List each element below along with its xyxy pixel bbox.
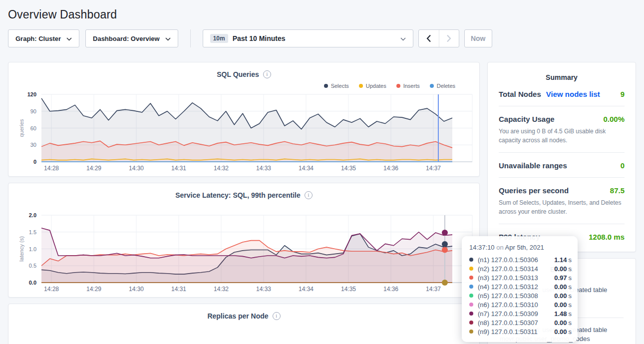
legend-item[interactable]: Updates xyxy=(359,83,386,89)
tooltip-node-row: (n6) 127.0.0.1:503100.00s xyxy=(469,300,572,309)
info-icon[interactable] xyxy=(263,70,271,78)
chevron-down-icon xyxy=(165,35,171,42)
svg-text:2.0: 2.0 xyxy=(29,212,36,218)
capacity-usage-value: 0.00% xyxy=(603,115,625,123)
tooltip-value-unit: s xyxy=(569,292,572,300)
unavailable-ranges-value: 0 xyxy=(621,161,625,170)
legend-item[interactable]: Deletes xyxy=(430,83,455,89)
tooltip-node-rows: (n1) 127.0.0.1:503061.14s(n2) 127.0.0.1:… xyxy=(469,255,572,336)
tooltip-value-unit: s xyxy=(569,301,572,309)
tooltip-value-unit: s xyxy=(569,256,572,264)
capacity-usage-description: You are using 0 B of 4.5 GiB usable disk… xyxy=(499,127,625,145)
total-nodes-value: 9 xyxy=(621,90,625,98)
node-color-dot-icon xyxy=(469,294,473,298)
unavailable-ranges-row: Unavailable ranges 0 xyxy=(499,153,625,178)
info-icon[interactable] xyxy=(273,312,281,320)
chevron-left-icon xyxy=(426,34,431,42)
time-range-badge: 10m xyxy=(210,34,228,43)
summary-title: Summary xyxy=(499,62,625,81)
legend-item[interactable]: Selects xyxy=(324,83,349,89)
svg-text:1.5: 1.5 xyxy=(29,229,36,235)
sql-queries-chart[interactable]: 14:2814:2914:3014:3114:3214:3314:3414:35… xyxy=(15,90,473,173)
tooltip-node-label: (n5) 127.0.0.1:50308 xyxy=(478,292,554,300)
tooltip-value-unit: s xyxy=(569,265,572,273)
info-icon[interactable] xyxy=(305,191,313,199)
legend-label: Updates xyxy=(366,83,386,89)
tooltip-value-unit: s xyxy=(569,274,572,282)
svg-text:0.5: 0.5 xyxy=(29,263,36,269)
svg-text:14:30: 14:30 xyxy=(129,165,144,172)
now-button[interactable]: Now xyxy=(464,29,492,47)
legend-label: Deletes xyxy=(437,83,455,89)
time-forward-button[interactable] xyxy=(439,30,459,47)
svg-text:14:29: 14:29 xyxy=(86,165,101,172)
chart-hover-tooltip: 14:37:10 on Apr 5th, 2021 (n1) 127.0.0.1… xyxy=(462,236,578,342)
capacity-usage-row: Capacity Usage 0.00% You are using 0 B o… xyxy=(499,106,625,153)
queries-per-second-description: Sum of Selects, Updates, Inserts, and De… xyxy=(499,198,625,216)
tooltip-node-value: 0.97s xyxy=(554,274,572,282)
dashboard-dropdown[interactable]: Dashboard: Overview xyxy=(85,29,178,47)
time-range-label: Past 10 Minutes xyxy=(233,34,286,42)
legend-label: Selects xyxy=(331,83,349,89)
tooltip-node-row: (n9) 127.0.0.1:503110.00s xyxy=(469,327,572,336)
tooltip-node-label: (n8) 127.0.0.1:50307 xyxy=(478,319,554,327)
tooltip-timestamp: 14:37:10 on Apr 5th, 2021 xyxy=(469,244,572,251)
svg-text:14:36: 14:36 xyxy=(383,286,398,293)
dashboard-toolbar: Graph: Cluster Dashboard: Overview 10m P… xyxy=(8,29,636,47)
svg-text:14:29: 14:29 xyxy=(86,286,101,293)
legend-item[interactable]: Inserts xyxy=(396,83,420,89)
chart-legend: SelectsUpdatesInsertsDeletes xyxy=(15,81,472,90)
tooltip-node-value: 1.48s xyxy=(554,310,572,318)
svg-text:14:28: 14:28 xyxy=(44,165,59,172)
tooltip-node-label: (n3) 127.0.0.1:50313 xyxy=(478,274,554,282)
tooltip-node-label: (n2) 127.0.0.1:50314 xyxy=(478,265,554,273)
total-nodes-row: Total Nodes View nodes list 9 xyxy=(499,81,625,106)
capacity-usage-label: Capacity Usage xyxy=(499,115,555,123)
legend-dot-icon xyxy=(430,84,434,88)
page-title: Overview Dashboard xyxy=(8,8,636,21)
tooltip-node-row: (n4) 127.0.0.1:503120.00s xyxy=(469,282,572,291)
tooltip-node-label: (n7) 127.0.0.1:50309 xyxy=(478,310,554,318)
service-latency-chart[interactable]: 14:2814:2914:3014:3114:3214:3314:3414:35… xyxy=(15,211,473,294)
unavailable-ranges-label: Unavailable ranges xyxy=(499,161,567,170)
queries-per-second-row: Queries per second 87.5 Sum of Selects, … xyxy=(499,178,625,224)
svg-text:120: 120 xyxy=(27,91,36,97)
svg-text:14:34: 14:34 xyxy=(299,286,314,293)
svg-text:0.0: 0.0 xyxy=(29,280,36,286)
tooltip-value-unit: s xyxy=(569,319,572,327)
service-latency-chart-card: Service Latency: SQL, 99th percentile 14… xyxy=(8,183,480,298)
chart-title: Replicas per Node xyxy=(207,312,268,320)
chart-title: SQL Queries xyxy=(217,70,259,78)
svg-text:14:28: 14:28 xyxy=(44,286,59,293)
charts-column: SQL Queries SelectsUpdatesInsertsDeletes… xyxy=(8,62,480,344)
tooltip-value-unit: s xyxy=(569,328,572,336)
summary-panel: Summary Total Nodes View nodes list 9 Ca… xyxy=(487,62,636,252)
legend-dot-icon xyxy=(396,84,400,88)
graph-dropdown[interactable]: Graph: Cluster xyxy=(8,29,79,47)
node-color-dot-icon xyxy=(469,285,473,289)
tooltip-node-value: 0.00s xyxy=(554,328,572,336)
tooltip-node-value: 0.00s xyxy=(554,292,572,300)
svg-text:14:37: 14:37 xyxy=(426,286,441,293)
svg-text:14:32: 14:32 xyxy=(214,286,229,293)
tooltip-value-unit: s xyxy=(569,310,572,318)
tooltip-node-label: (n6) 127.0.0.1:50310 xyxy=(478,301,554,309)
tooltip-node-value: 0.00s xyxy=(554,265,572,273)
svg-text:0: 0 xyxy=(33,159,36,165)
tooltip-node-row: (n3) 127.0.0.1:503130.97s xyxy=(469,273,572,282)
time-back-button[interactable] xyxy=(419,30,439,47)
node-color-dot-icon xyxy=(469,321,473,325)
svg-text:14:35: 14:35 xyxy=(341,165,356,172)
time-range-dropdown[interactable]: 10m Past 10 Minutes xyxy=(203,29,413,47)
svg-text:14:31: 14:31 xyxy=(171,165,186,172)
overview-dashboard-page: Overview Dashboard Graph: Cluster Dashbo… xyxy=(0,0,644,344)
svg-text:60: 60 xyxy=(30,125,36,131)
view-nodes-list-link[interactable]: View nodes list xyxy=(546,90,600,98)
svg-text:90: 90 xyxy=(30,108,36,114)
time-step-buttons xyxy=(418,29,459,47)
graph-dropdown-label: Graph: Cluster xyxy=(15,35,61,42)
replicas-per-node-chart-card: Replicas per Node xyxy=(8,304,480,344)
node-color-dot-icon xyxy=(469,312,473,316)
node-color-dot-icon xyxy=(469,267,473,271)
svg-text:14:37: 14:37 xyxy=(426,165,441,172)
